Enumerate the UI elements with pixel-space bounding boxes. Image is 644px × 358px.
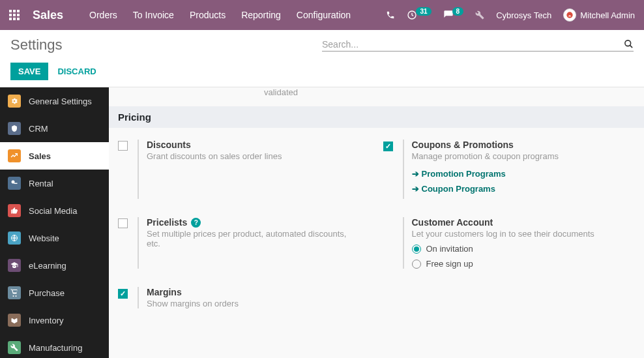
svg-rect-15 bbox=[14, 183, 18, 185]
margins-title: Margins bbox=[147, 287, 370, 297]
margins-checkbox[interactable] bbox=[118, 289, 128, 299]
section-pricing-header: Pricing bbox=[109, 106, 644, 128]
pricelists-title: Pricelists bbox=[147, 217, 187, 228]
sidebar-item-label: Purchase bbox=[29, 288, 65, 298]
coupons-checkbox[interactable] bbox=[383, 142, 393, 151]
sidebar-item-website[interactable]: Website bbox=[0, 224, 109, 252]
activities-icon[interactable]: 31 bbox=[407, 10, 431, 20]
svg-rect-0 bbox=[9, 10, 12, 12]
nav-link-reporting[interactable]: Reporting bbox=[241, 10, 281, 20]
chart-icon bbox=[8, 149, 21, 162]
nav-link-configuration[interactable]: Configuration bbox=[297, 10, 351, 20]
save-button[interactable]: SAVE bbox=[10, 63, 48, 80]
radio-on-invitation[interactable]: On invitation bbox=[412, 244, 636, 254]
discounts-desc: Grant discounts on sales order lines bbox=[147, 151, 362, 161]
svg-line-13 bbox=[630, 45, 632, 48]
cart-icon bbox=[8, 286, 21, 299]
radio-free-sign-up[interactable]: Free sign up bbox=[412, 259, 636, 269]
nav-link-products[interactable]: Products bbox=[190, 10, 226, 20]
arrow-right-icon: ➔ bbox=[412, 169, 419, 179]
radio-label: On invitation bbox=[426, 244, 473, 254]
coupons-desc: Manage promotion & coupon programs bbox=[412, 151, 627, 161]
setting-pricelists: Pricelists ? Set multiple prices per pro… bbox=[111, 217, 377, 287]
sidebar-item-label: General Settings bbox=[29, 97, 92, 106]
gear-icon bbox=[8, 95, 21, 108]
svg-rect-2 bbox=[17, 10, 20, 12]
search-icon[interactable] bbox=[624, 39, 634, 49]
content[interactable]: validated Pricing Discounts Grant discou… bbox=[109, 87, 644, 358]
svg-rect-4 bbox=[13, 14, 16, 16]
sidebar-item-label: Social Media bbox=[29, 206, 77, 216]
sidebar: General Settings CRM Sales Rental Social… bbox=[0, 87, 109, 358]
svg-rect-7 bbox=[13, 18, 16, 20]
sidebar-item-sales[interactable]: Sales bbox=[0, 142, 109, 170]
brand[interactable]: Sales bbox=[33, 8, 63, 22]
debug-icon[interactable] bbox=[475, 10, 484, 20]
sidebar-item-label: Inventory bbox=[29, 316, 63, 325]
user-menu[interactable]: Mitchell Admin bbox=[563, 8, 635, 22]
discard-button[interactable]: DISCARD bbox=[57, 67, 96, 76]
promotion-programs-link[interactable]: ➔ Promotion Programs bbox=[412, 169, 636, 179]
nav-right: 31 8 Cybrosys Tech Mitchell Admin bbox=[386, 8, 635, 22]
control-panel: Settings SAVE DISCARD bbox=[0, 30, 644, 87]
thumbs-up-icon bbox=[8, 204, 21, 217]
messages-icon[interactable]: 8 bbox=[443, 10, 464, 20]
coupons-title: Coupons & Promotions bbox=[412, 140, 636, 150]
svg-rect-8 bbox=[17, 18, 20, 20]
sidebar-item-general-settings[interactable]: General Settings bbox=[0, 87, 109, 115]
discounts-checkbox[interactable] bbox=[118, 141, 128, 151]
search-input[interactable] bbox=[322, 39, 624, 50]
handshake-icon bbox=[8, 122, 21, 135]
apps-icon[interactable] bbox=[9, 10, 20, 20]
sidebar-item-label: Rental bbox=[29, 179, 53, 188]
customer-account-title: Customer Account bbox=[412, 217, 636, 228]
sidebar-item-rental[interactable]: Rental bbox=[0, 170, 109, 197]
pricelists-checkbox[interactable] bbox=[118, 218, 128, 228]
setting-margins: Margins Show margins on orders bbox=[111, 287, 377, 327]
radio-label: Free sign up bbox=[426, 259, 473, 269]
setting-discounts: Discounts Grant discounts on sales order… bbox=[111, 140, 377, 217]
svg-rect-5 bbox=[17, 14, 20, 16]
activities-count: 31 bbox=[416, 7, 431, 16]
nav-link-orders[interactable]: Orders bbox=[89, 10, 117, 20]
search-wrap bbox=[322, 39, 634, 52]
main: General Settings CRM Sales Rental Social… bbox=[0, 87, 644, 358]
svg-point-12 bbox=[625, 40, 631, 46]
sidebar-item-manufacturing[interactable]: Manufacturing bbox=[0, 334, 109, 358]
svg-rect-6 bbox=[9, 18, 12, 20]
radio-icon bbox=[412, 260, 421, 269]
sidebar-item-label: Manufacturing bbox=[29, 343, 82, 353]
sidebar-item-crm[interactable]: CRM bbox=[0, 115, 109, 142]
navbar: Sales Orders To Invoice Products Reporti… bbox=[0, 0, 644, 30]
phone-icon[interactable] bbox=[386, 10, 395, 20]
coupon-programs-link[interactable]: ➔ Coupon Programs bbox=[412, 184, 636, 194]
box-icon bbox=[8, 314, 21, 327]
svg-rect-3 bbox=[9, 14, 12, 16]
sidebar-item-label: Sales bbox=[29, 151, 51, 161]
promotion-programs-label: Promotion Programs bbox=[422, 169, 506, 179]
truncated-text: validated bbox=[233, 87, 644, 106]
pricelists-desc: Set multiple prices per product, automat… bbox=[147, 229, 362, 248]
radio-icon bbox=[412, 245, 421, 254]
company-switcher[interactable]: Cybrosys Tech bbox=[496, 10, 551, 20]
arrow-right-icon: ➔ bbox=[412, 184, 419, 194]
sidebar-item-label: eLearning bbox=[29, 261, 66, 271]
svg-rect-1 bbox=[13, 10, 16, 12]
sidebar-item-label: CRM bbox=[29, 124, 48, 134]
graduation-icon bbox=[8, 259, 21, 272]
sidebar-item-social-media[interactable]: Social Media bbox=[0, 197, 109, 224]
sidebar-item-inventory[interactable]: Inventory bbox=[0, 306, 109, 334]
globe-icon bbox=[8, 231, 21, 245]
sidebar-item-purchase[interactable]: Purchase bbox=[0, 279, 109, 306]
coupon-programs-label: Coupon Programs bbox=[422, 184, 495, 194]
settings-grid: Discounts Grant discounts on sales order… bbox=[109, 140, 644, 327]
margins-desc: Show margins on orders bbox=[147, 299, 362, 308]
messages-count: 8 bbox=[452, 7, 464, 16]
nav-links: Orders To Invoice Products Reporting Con… bbox=[89, 10, 351, 20]
discounts-title: Discounts bbox=[147, 140, 370, 150]
sidebar-item-label: Website bbox=[29, 233, 59, 243]
help-icon[interactable]: ? bbox=[191, 218, 201, 228]
wrench-icon bbox=[8, 341, 21, 354]
sidebar-item-elearning[interactable]: eLearning bbox=[0, 252, 109, 279]
nav-link-to-invoice[interactable]: To Invoice bbox=[133, 10, 174, 20]
